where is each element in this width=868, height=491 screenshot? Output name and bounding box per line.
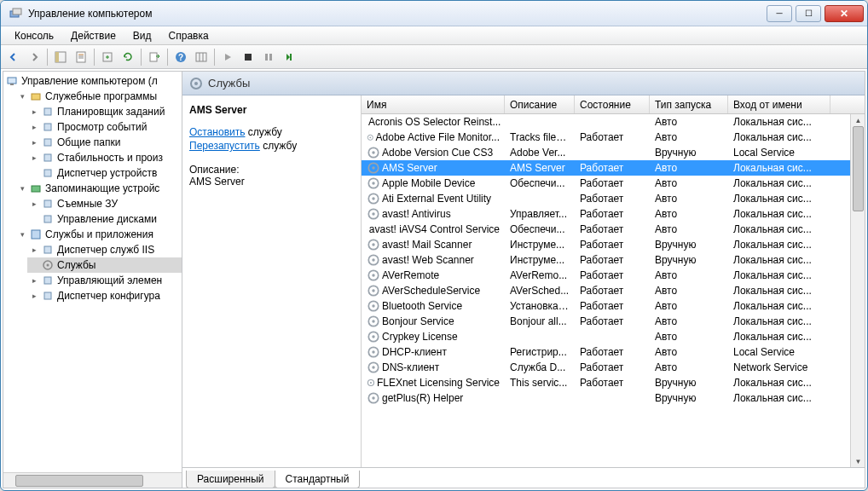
menu-help[interactable]: Справка: [160, 27, 217, 44]
expand-icon[interactable]: ▸: [29, 245, 39, 255]
pause-button[interactable]: [259, 48, 278, 66]
service-row[interactable]: AVerRemoteAVerRemo...РаботаетАвтоЛокальн…: [362, 268, 850, 283]
gear-icon: [367, 176, 380, 190]
help-button[interactable]: ?: [171, 48, 190, 66]
menu-console[interactable]: Консоль: [6, 27, 62, 44]
service-row[interactable]: Adobe Version Cue CS3Adobe Ver...Вручную…: [362, 145, 850, 160]
expand-icon[interactable]: ▸: [29, 137, 39, 147]
tree-group[interactable]: ▾Запоминающие устройс: [15, 181, 182, 196]
service-row[interactable]: Crypkey LicenseАвтоЛокальная сис...: [362, 329, 850, 344]
service-row[interactable]: AVerScheduleServiceAVerSched...РаботаетА…: [362, 283, 850, 298]
service-row[interactable]: avast! Mail ScannerИнструме...РаботаетВр…: [362, 237, 850, 252]
refresh-button[interactable]: [119, 48, 137, 66]
service-desc: Регистрир...: [505, 346, 575, 358]
show-hide-tree-button[interactable]: [51, 48, 70, 66]
col-name[interactable]: Имя: [362, 95, 505, 113]
detail-heading: AMS Server: [189, 104, 354, 116]
service-row[interactable]: DNS-клиентСлужба D...РаботаетАвтоNetwork…: [362, 360, 850, 375]
service-start: Авто: [650, 177, 728, 189]
close-button[interactable]: ✕: [825, 5, 864, 22]
tree-item[interactable]: ▸Диспетчер конфигура: [27, 288, 182, 303]
gear-icon: [367, 391, 380, 405]
service-state: Работает: [575, 346, 650, 358]
service-row[interactable]: DHCP-клиентРегистрир...РаботаетАвтоLocal…: [362, 344, 850, 360]
forward-button[interactable]: [25, 48, 43, 66]
maximize-button[interactable]: ☐: [796, 5, 821, 22]
tree-pane: Управление компьютером (л ▾Служебные про…: [3, 72, 182, 488]
tree-item[interactable]: ▸Планировщик заданий: [27, 104, 182, 119]
service-row[interactable]: getPlus(R) HelperВручнуюЛокальная сис...: [362, 390, 850, 406]
menu-view[interactable]: Вид: [124, 27, 160, 44]
expand-icon[interactable]: ▸: [29, 107, 39, 117]
service-name: AVerScheduleService: [382, 285, 480, 297]
play-button[interactable]: [218, 48, 237, 66]
expand-icon[interactable]: [29, 168, 39, 178]
stop-button[interactable]: [239, 48, 258, 66]
service-row[interactable]: AMS ServerAMS ServerРаботаетАвтоЛокальна…: [362, 160, 850, 176]
tab-extended[interactable]: Расширенный: [186, 471, 275, 488]
tree-group-label: Службы и приложения: [45, 228, 153, 240]
col-desc[interactable]: Описание: [505, 95, 575, 113]
service-row[interactable]: Ati External Event UtilityРаботаетАвтоЛо…: [362, 191, 850, 206]
export-button[interactable]: [98, 48, 117, 66]
restart-button[interactable]: [280, 48, 298, 66]
minimize-button[interactable]: ─: [767, 5, 792, 22]
tab-standard[interactable]: Стандартный: [275, 471, 361, 488]
item-icon: [41, 136, 55, 149]
service-row[interactable]: avast! Web ScannerИнструме...РаботаетВру…: [362, 252, 850, 268]
main-pane: Службы AMS Server Остановить службу Пере…: [182, 72, 865, 488]
service-row[interactable]: Apple Mobile DeviceОбеспечи...РаботаетАв…: [362, 176, 850, 191]
service-row[interactable]: Adobe Active File Monitor...Tracks files…: [362, 130, 850, 145]
grid-scrollbar[interactable]: ▲ ▼: [850, 114, 865, 467]
expand-icon[interactable]: [29, 214, 39, 224]
expand-icon[interactable]: ▸: [29, 199, 39, 209]
tree-item[interactable]: Диспетчер устройств: [27, 165, 182, 181]
grid-header: Имя Описание Состояние Тип запуска Вход …: [362, 95, 865, 114]
expand-icon[interactable]: ▸: [29, 122, 39, 132]
service-start: Авто: [650, 300, 728, 312]
svg-rect-3: [55, 52, 59, 62]
service-row[interactable]: Acronis OS Selector Reinst...АвтоЛокальн…: [362, 114, 850, 130]
service-desc: Обеспечи...: [505, 223, 575, 235]
tree-item[interactable]: ▸Управляющий элемен: [27, 273, 182, 288]
tree-item[interactable]: ▸Общие папки: [27, 135, 182, 150]
view-columns-button[interactable]: [192, 48, 211, 66]
service-row[interactable]: Bonjour ServiceBonjour all...РаботаетАвт…: [362, 314, 850, 329]
tree-scrollbar[interactable]: [3, 472, 182, 488]
collapse-icon[interactable]: ▾: [17, 91, 27, 101]
col-state[interactable]: Состояние: [575, 95, 650, 113]
svg-rect-15: [245, 54, 252, 61]
tree-item[interactable]: ▸Просмотр событий: [27, 119, 182, 135]
tree-group[interactable]: ▾Службы и приложения: [15, 227, 182, 242]
service-start: Вручную: [650, 254, 728, 266]
service-login: Локальная сис...: [728, 392, 830, 404]
service-row[interactable]: FLEXnet Licensing ServiceThis servic...Р…: [362, 375, 850, 390]
tree-item[interactable]: ▸Стабильность и произ: [27, 150, 182, 165]
collapse-icon[interactable]: ▾: [17, 183, 27, 194]
expand-icon[interactable]: ▸: [29, 153, 39, 163]
stop-link[interactable]: Остановить: [189, 126, 246, 138]
svg-point-45: [372, 166, 374, 169]
svg-rect-30: [32, 230, 40, 239]
service-row[interactable]: Bluetooth ServiceУстановка ...РаботаетАв…: [362, 298, 850, 314]
tree-item[interactable]: Службы: [27, 257, 182, 273]
tree-item[interactable]: Управление дисками: [27, 211, 182, 227]
service-row[interactable]: avast! iAVS4 Control ServiceОбеспечи...Р…: [362, 222, 850, 237]
expand-icon[interactable]: ▸: [29, 291, 39, 301]
expand-icon[interactable]: [29, 260, 39, 270]
back-button[interactable]: [4, 48, 23, 66]
properties-button[interactable]: [72, 48, 90, 66]
service-row[interactable]: avast! AntivirusУправляет...РаботаетАвто…: [362, 206, 850, 222]
tree-root[interactable]: Управление компьютером (л: [3, 73, 182, 89]
col-login[interactable]: Вход от имени: [728, 95, 830, 113]
restart-link[interactable]: Перезапустить: [189, 140, 260, 152]
export-list-button[interactable]: [145, 48, 164, 66]
tree-item[interactable]: ▸Диспетчер служб IIS: [27, 242, 182, 257]
tree-item[interactable]: ▸Съемные ЗУ: [27, 196, 182, 211]
collapse-icon[interactable]: ▾: [17, 229, 27, 240]
col-start[interactable]: Тип запуска: [650, 95, 728, 113]
titlebar[interactable]: Управление компьютером ─ ☐ ✕: [1, 1, 867, 26]
menu-action[interactable]: Действие: [62, 27, 124, 44]
expand-icon[interactable]: ▸: [29, 275, 39, 286]
tree-group[interactable]: ▾Служебные программы: [15, 89, 182, 104]
